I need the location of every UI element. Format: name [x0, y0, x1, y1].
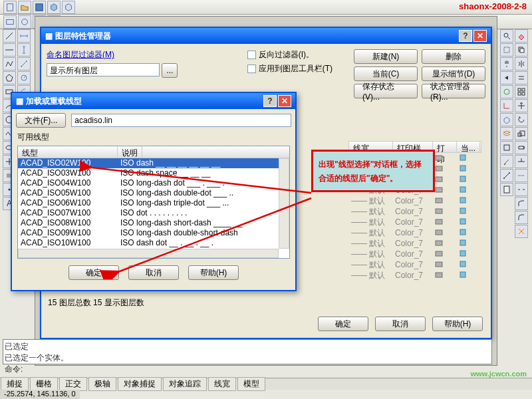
layer-help-button[interactable]: 帮助(H) — [432, 317, 483, 331]
pline-tool-icon[interactable] — [3, 57, 16, 70]
mod-explode-icon[interactable] — [515, 225, 528, 238]
mod-stretch-icon[interactable] — [515, 141, 528, 154]
mod-scale-icon[interactable] — [515, 127, 528, 140]
layer-icon[interactable] — [500, 127, 513, 140]
new-layer-button[interactable]: 新建(N) — [354, 49, 418, 64]
layer-row[interactable]: —— 默认Color_7 — [348, 206, 481, 217]
otrack-toggle[interactable]: 对象追踪 — [163, 377, 207, 391]
linetype-ok-button[interactable]: 确定 — [68, 265, 119, 280]
linetype-row[interactable]: ACAD_ISO04W100ISO long-dash dot ___ . __… — [18, 178, 289, 188]
tool-cube-icon[interactable] — [47, 1, 61, 14]
mod-chamfer-icon[interactable] — [515, 197, 528, 210]
line-tool-icon[interactable] — [3, 29, 16, 43]
vertical-scrollbar[interactable] — [279, 158, 289, 249]
mod-extend-icon[interactable] — [515, 169, 528, 182]
mod-offset-icon[interactable] — [515, 71, 528, 84]
layer-row[interactable]: —— 默认Color_7 — [348, 249, 481, 259]
save-state-button[interactable]: 保存状态(V)... — [354, 84, 418, 98]
filter-dropdown[interactable]: 显示所有图层 — [47, 63, 160, 76]
col-description[interactable]: 说明 — [118, 146, 142, 158]
pan-icon[interactable] — [500, 57, 513, 70]
col-plot[interactable]: 打印 — [433, 142, 457, 152]
col-when[interactable]: 当... — [457, 142, 480, 152]
tool-save-icon[interactable] — [33, 1, 46, 14]
help-button-icon[interactable]: ? — [263, 95, 277, 107]
layer-row[interactable]: —— 默认Color_7 — [348, 196, 481, 206]
linetype-row[interactable]: ACAD_ISO05W100ISO long-dash double-dot _… — [18, 188, 289, 198]
mod-copy-icon[interactable] — [515, 43, 528, 57]
mod-array-icon[interactable] — [515, 85, 528, 98]
col-linetype[interactable]: 线型 — [18, 146, 118, 158]
polygon-tool-icon[interactable] — [3, 71, 16, 84]
linetype-row[interactable]: ACAD_ISO06W100ISO long-dash triple-dot _… — [18, 198, 289, 208]
linetype-row[interactable]: ACAD_ISO03W100ISO dash space __ __ __ — [18, 168, 289, 178]
layer-row[interactable]: —— 默认Color_7 — [348, 227, 481, 238]
close-button-icon[interactable]: ✕ — [473, 30, 487, 42]
layer-row[interactable]: —— 默认Color_7 — [348, 238, 481, 249]
dist-icon[interactable] — [500, 169, 513, 182]
zoom-prev-icon[interactable] — [500, 71, 513, 84]
match-icon[interactable] — [500, 155, 513, 168]
file-input[interactable]: acadiso.lin — [71, 114, 291, 127]
tool-new-icon[interactable] — [3, 1, 17, 14]
tool-r2b-icon[interactable] — [18, 15, 31, 29]
layer-row[interactable]: —— 默认Color_7 — [348, 259, 481, 270]
apply-toolbar-checkbox[interactable] — [247, 65, 256, 73]
tool-r2a-icon[interactable] — [3, 15, 17, 29]
polar-toggle[interactable]: 极轴 — [88, 377, 116, 391]
zoom-win-icon[interactable] — [500, 43, 513, 57]
detail-button[interactable]: 显示细节(D) — [422, 66, 485, 81]
orbit-icon[interactable] — [500, 85, 513, 98]
layer-dialog-titlebar[interactable]: ▦ 图层特性管理器 ? ✕ — [41, 28, 491, 44]
mod-break-icon[interactable] — [515, 183, 528, 196]
dim-tool-c-icon[interactable] — [17, 57, 31, 70]
linetype-table[interactable]: 线型 说明 ACAD_ISO02W100ISO dash __ __ __ __… — [17, 146, 290, 259]
model-toggle[interactable]: 模型 — [237, 377, 265, 391]
linetype-row[interactable]: ACAD_ISO07W100ISO dot . . . . . . . . . — [18, 208, 289, 218]
grid-toggle[interactable]: 栅格 — [30, 377, 58, 391]
tool-cube2-icon[interactable] — [62, 1, 75, 14]
file-button[interactable]: 文件(F)... — [16, 113, 66, 128]
delete-layer-button[interactable]: 删除 — [422, 49, 485, 64]
mod-mirror-icon[interactable] — [515, 57, 528, 70]
state-mgr-button[interactable]: 状态管理器(R)... — [422, 84, 485, 98]
view-icon[interactable] — [500, 113, 513, 126]
dim-tool-d-icon[interactable] — [17, 71, 31, 84]
linetype-row[interactable]: ACAD_ISO02W100ISO dash __ __ __ __ __ __ — [18, 158, 289, 168]
linetype-row[interactable]: ACAD_ISO09W100ISO long-dash double-short… — [18, 228, 289, 238]
help-button-icon[interactable]: ? — [459, 30, 472, 42]
layer-row[interactable]: —— 默认Color_7 — [348, 217, 481, 227]
layer-ok-button[interactable]: 确定 — [318, 317, 368, 331]
ortho-toggle[interactable]: 正交 — [59, 377, 87, 391]
horizontal-scrollbar[interactable] — [18, 249, 279, 258]
command-window[interactable]: 已选定 已选定一个实体。 命令: — [3, 339, 492, 364]
xline-tool-icon[interactable] — [3, 43, 16, 57]
mod-trim-icon[interactable] — [515, 155, 528, 168]
current-layer-button[interactable]: 当前(C) — [354, 66, 418, 81]
linetype-row[interactable]: ACAD_ISO10W100ISO dash dot __ . __ . __ … — [18, 238, 289, 248]
dim-tool-a-icon[interactable] — [17, 29, 31, 43]
mod-move-icon[interactable] — [515, 99, 528, 112]
layer-row[interactable]: —— 默认Color_7 — [348, 270, 481, 281]
mod-rotate-icon[interactable] — [515, 113, 528, 126]
mod-erase-icon[interactable] — [515, 29, 528, 43]
filter-more-button[interactable]: ... — [162, 63, 178, 78]
dim-tool-b-icon[interactable] — [17, 43, 31, 57]
mod-fillet-icon[interactable] — [515, 211, 528, 224]
calc-icon[interactable] — [500, 183, 513, 196]
close-button-icon[interactable]: ✕ — [278, 95, 291, 107]
tool-open-icon[interactable] — [18, 1, 31, 14]
linetype-cancel-button[interactable]: 取消 — [128, 265, 179, 280]
lwt-toggle[interactable]: 线宽 — [208, 377, 236, 391]
props-icon[interactable] — [500, 141, 513, 154]
filter-link[interactable]: 命名图层过滤器(M) — [47, 49, 114, 61]
linetype-row[interactable]: ACAD_ISO08W100ISO long-dash short-dash _… — [18, 218, 289, 228]
zoom-rt-icon[interactable] — [500, 29, 513, 43]
invert-filter-checkbox[interactable] — [247, 51, 256, 59]
linetype-help-button[interactable]: 帮助(H) — [188, 265, 239, 280]
ucs-icon[interactable] — [500, 99, 513, 112]
osnap-toggle[interactable]: 对象捕捉 — [118, 377, 162, 391]
snap-toggle[interactable]: 捕捉 — [1, 377, 29, 391]
layer-cancel-button[interactable]: 取消 — [375, 317, 426, 331]
linetype-dialog-titlebar[interactable]: ▦ 加载或重载线型 ? ✕ — [12, 93, 295, 109]
